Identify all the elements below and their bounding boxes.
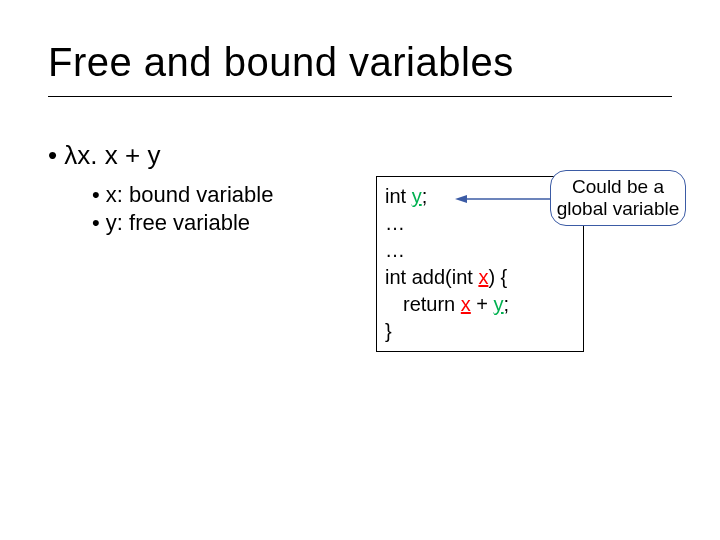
tok-y: y xyxy=(412,185,422,207)
code-line-3: … xyxy=(385,237,575,264)
tok: return xyxy=(403,293,461,315)
tok: int add(int xyxy=(385,266,478,288)
code-line-2: … xyxy=(385,210,575,237)
code-line-6: } xyxy=(385,318,575,345)
tok: ; xyxy=(422,185,428,207)
tok: ) { xyxy=(488,266,507,288)
callout-line-1: Could be a xyxy=(572,176,664,197)
title-underline xyxy=(48,96,672,97)
tok: + xyxy=(471,293,494,315)
tok: ; xyxy=(504,293,510,315)
bullet-y-free: • y: free variable xyxy=(92,210,250,236)
bullet-x-bound: • x: bound variable xyxy=(92,182,273,208)
tok-y: y xyxy=(494,293,504,315)
code-line-1: int y; xyxy=(385,183,575,210)
callout-line-2: global variable xyxy=(557,198,680,219)
tok-x: x xyxy=(478,266,488,288)
bullet-lambda-expr: • λx. x + y xyxy=(48,140,160,171)
code-line-4: int add(int x) { xyxy=(385,264,575,291)
code-line-5: return x + y; xyxy=(385,291,575,318)
callout-global-variable: Could be a global variable xyxy=(550,170,686,226)
slide-title: Free and bound variables xyxy=(48,40,514,85)
tok-x: x xyxy=(461,293,471,315)
tok: int xyxy=(385,185,412,207)
